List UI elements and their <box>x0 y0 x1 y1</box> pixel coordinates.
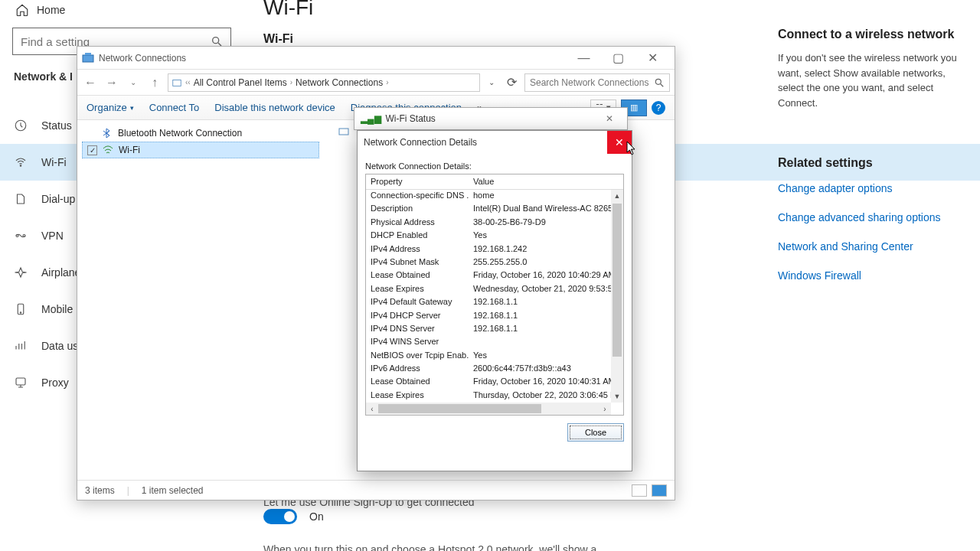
wifi-status-close-button[interactable]: ✕ <box>598 109 621 128</box>
detail-row[interactable]: Physical Address38-00-25-B6-79-D9 <box>366 217 611 230</box>
detail-property: IPv4 Default Gateway <box>366 296 469 309</box>
connection-item[interactable]: Bluetooth Network Connection <box>82 125 319 142</box>
detail-value: 192.168.1.1 <box>469 323 611 336</box>
dialog-title: Network Connection Details <box>364 137 477 148</box>
vertical-scrollbar[interactable]: ▲ ▼ <box>611 190 623 403</box>
help-button[interactable]: ? <box>652 101 665 115</box>
detail-row[interactable]: DescriptionIntel(R) Dual Band Wireless-A… <box>366 203 611 216</box>
breadcrumb-item[interactable]: All Control Panel Items <box>194 77 287 88</box>
scroll-left-arrow[interactable]: ‹ <box>366 405 378 413</box>
maximize-button[interactable]: ▢ <box>601 47 635 70</box>
explorer-app-icon <box>82 52 94 64</box>
detail-value: home <box>469 190 611 203</box>
breadcrumb-item[interactable]: Network Connections <box>296 77 383 88</box>
details-grid: Property Value Connection-specific DNS .… <box>365 174 624 416</box>
related-link[interactable]: Change adapter options <box>778 182 962 194</box>
detail-row[interactable]: IPv4 Address192.168.1.242 <box>366 243 611 256</box>
detail-row[interactable]: Connection-specific DNS ...home <box>366 190 611 203</box>
detail-property: Lease Expires <box>366 283 469 296</box>
scroll-up-arrow[interactable]: ▲ <box>611 190 623 202</box>
detail-row[interactable]: Lease ExpiresThursday, October 22, 2020 … <box>366 390 611 403</box>
related-link[interactable]: Change advanced sharing options <box>778 211 962 223</box>
related-link[interactable]: Network and Sharing Center <box>778 240 962 253</box>
status-item-count: 3 items <box>85 485 115 496</box>
nav-item-label: Dial-up <box>41 193 75 205</box>
connect-to-button[interactable]: Connect To <box>149 102 200 113</box>
up-button[interactable]: ↑ <box>146 74 163 91</box>
detail-property: Description <box>366 203 469 216</box>
scroll-thumb[interactable] <box>612 204 622 357</box>
nav-item-label: VPN <box>41 230 64 242</box>
detail-value: Yes <box>469 350 611 363</box>
svg-rect-14 <box>339 129 348 135</box>
detail-row[interactable]: IPv4 Default Gateway192.168.1.1 <box>366 296 611 309</box>
status-selected-count: 1 item selected <box>142 485 204 496</box>
hotspot-description: When you turn this on and choose a Hotsp… <box>263 543 596 551</box>
home-link[interactable]: Home <box>0 0 80 20</box>
detail-property: IPv4 Subnet Mask <box>366 256 469 269</box>
ethernet-icon <box>338 125 350 137</box>
detail-row[interactable]: Lease ExpiresWednesday, October 21, 2020… <box>366 283 611 296</box>
detail-row[interactable]: NetBIOS over Tcpip Enab...Yes <box>366 350 611 363</box>
detail-value: Thursday, October 22, 2020 3:06:45 PM <box>469 390 611 403</box>
scroll-right-arrow[interactable]: › <box>599 405 611 413</box>
chevron-icon: ‹‹ <box>185 78 191 86</box>
dialog-close-button[interactable]: ✕ <box>607 131 632 154</box>
recent-dropdown[interactable]: ⌄ <box>125 74 142 91</box>
detail-value: 192.168.1.242 <box>469 243 611 256</box>
detail-row[interactable]: IPv4 WINS Server <box>366 336 611 349</box>
svg-line-13 <box>661 83 664 86</box>
nav-item-label: Airplane <box>41 266 80 279</box>
address-history-dropdown[interactable]: ⌄ <box>485 74 498 91</box>
home-icon <box>15 3 29 17</box>
nav-item-label: Wi-Fi <box>41 156 67 168</box>
detail-row[interactable]: IPv6 Address2600:6c44:757f:d3b9::a43 <box>366 363 611 376</box>
checkbox-icon[interactable]: ✓ <box>87 145 97 155</box>
explorer-search-input[interactable] <box>530 77 654 88</box>
svg-point-5 <box>23 235 25 237</box>
detail-row[interactable]: Lease ObtainedFriday, October 16, 2020 1… <box>366 269 611 282</box>
svg-rect-10 <box>85 53 91 55</box>
wifi-status-title: Wi-Fi Status <box>386 113 436 124</box>
detail-value: 2600:6c44:757f:d3b9::a43 <box>469 363 611 376</box>
svg-point-0 <box>213 37 219 44</box>
forward-button[interactable]: → <box>103 74 120 91</box>
horizontal-scrollbar[interactable]: ‹ › <box>366 403 611 415</box>
column-header-value[interactable]: Value <box>469 174 623 189</box>
connection-label: Bluetooth Network Connection <box>118 128 242 139</box>
wifi-status-window: ▂▄▆ Wi-Fi Status ✕ <box>354 107 628 130</box>
detail-value: Intel(R) Dual Band Wireless-AC 8265 <box>469 203 611 216</box>
scroll-down-arrow[interactable]: ▼ <box>611 390 623 403</box>
organize-menu[interactable]: Organize▾ <box>87 102 134 113</box>
refresh-button[interactable]: ⟳ <box>503 74 520 91</box>
connection-item[interactable]: ✓Wi-Fi <box>82 142 319 158</box>
nav-item-label: Status <box>41 119 72 132</box>
page-title: Wi-Fi <box>263 0 313 20</box>
detail-value: Friday, October 16, 2020 10:40:31 AM <box>469 376 611 389</box>
close-button[interactable]: Close <box>567 423 624 442</box>
disable-device-button[interactable]: Disable this network device <box>214 102 335 113</box>
detail-row[interactable]: DHCP EnabledYes <box>366 230 611 243</box>
detail-row[interactable]: Lease ObtainedFriday, October 16, 2020 1… <box>366 376 611 389</box>
svg-rect-9 <box>83 55 93 62</box>
search-icon <box>654 77 665 88</box>
nav-item-label: Mobile h <box>41 303 82 315</box>
back-button[interactable]: ← <box>82 74 99 91</box>
details-view-button[interactable] <box>632 484 647 497</box>
close-button[interactable]: ✕ <box>635 47 670 70</box>
hscroll-thumb[interactable] <box>378 404 541 413</box>
minimize-button[interactable]: — <box>567 47 601 70</box>
svg-rect-11 <box>173 80 181 86</box>
detail-value: Wednesday, October 21, 2020 9:53:54 <box>469 283 611 296</box>
address-breadcrumb[interactable]: ‹‹ All Control Panel Items › Network Con… <box>168 73 480 92</box>
detail-row[interactable]: IPv4 DNS Server192.168.1.1 <box>366 323 611 336</box>
detail-row[interactable]: IPv4 Subnet Mask255.255.255.0 <box>366 256 611 269</box>
column-header-property[interactable]: Property <box>366 174 469 189</box>
nav-section-header: Network & I <box>14 70 73 83</box>
connection-label: Wi-Fi <box>119 145 140 155</box>
related-link[interactable]: Windows Firewall <box>778 269 962 282</box>
detail-property: IPv6 Address <box>366 363 469 376</box>
detail-row[interactable]: IPv4 DHCP Server192.168.1.1 <box>366 310 611 323</box>
tiles-view-button[interactable] <box>652 484 667 497</box>
online-signup-toggle[interactable] <box>263 509 297 524</box>
